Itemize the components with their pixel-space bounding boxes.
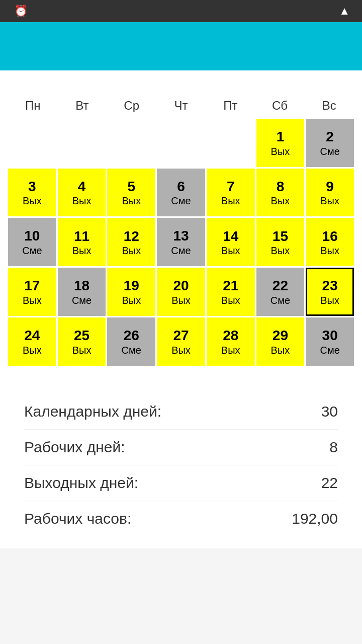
stat-row: Рабочих дней:8	[24, 430, 338, 465]
day-number: 22	[273, 277, 288, 294]
calendar-grid: 1Вых2Сме3Вых4Вых5Вых6Сме7Вых8Вых9Вых10См…	[8, 119, 354, 366]
calendar-day[interactable]: 20Вых	[157, 268, 205, 316]
calendar-day[interactable]: 5Вых	[107, 169, 155, 217]
calendar-day[interactable]: 6Сме	[157, 169, 205, 217]
calendar-day[interactable]: 28Вых	[207, 317, 255, 366]
day-number: 12	[124, 228, 139, 245]
calendar-day[interactable]: 10Сме	[8, 218, 56, 266]
signal-icon: ▲	[339, 5, 350, 18]
day-number: 30	[322, 327, 338, 344]
month-nav	[8, 78, 354, 95]
status-left: ⏰	[8, 5, 28, 18]
stat-label: Рабочих дней:	[24, 439, 125, 456]
calendar-day	[157, 119, 205, 167]
calendar-section: ПнВтСрЧтПтСбВс 1Вых2Сме3Вых4Вых5Вых6Сме7…	[0, 70, 362, 374]
day-type: Вых	[320, 294, 339, 306]
calendar-day[interactable]: 11Вых	[58, 218, 106, 266]
day-number: 20	[173, 277, 189, 294]
stat-value: 22	[321, 474, 338, 492]
day-number: 7	[227, 178, 235, 195]
day-number: 8	[277, 178, 285, 195]
calendar-day[interactable]: 16Вых	[306, 218, 354, 266]
day-number: 16	[322, 228, 338, 245]
app-bar	[0, 22, 362, 70]
calendar-day	[107, 119, 155, 167]
calendar-day[interactable]: 18Сме	[58, 268, 106, 316]
day-type: Вых	[23, 344, 42, 356]
day-number: 19	[124, 277, 139, 294]
calendar-day[interactable]: 2Сме	[306, 119, 354, 167]
calendar-day[interactable]: 17Вых	[8, 268, 56, 316]
day-header: Сб	[255, 95, 304, 117]
calendar-day[interactable]: 23Вых	[306, 268, 354, 316]
day-type: Вых	[23, 294, 42, 306]
calendar-day[interactable]: 9Вых	[306, 169, 354, 217]
calendar-day	[207, 119, 255, 167]
calendar-day[interactable]: 30Сме	[306, 317, 354, 366]
alarm-icon: ⏰	[14, 5, 28, 18]
day-header: Вс	[305, 95, 354, 117]
calendar-day[interactable]: 1Вых	[256, 119, 305, 167]
menu-button[interactable]	[12, 32, 40, 60]
day-number: 9	[326, 178, 334, 195]
stat-label: Выходных дней:	[24, 474, 138, 492]
day-number: 5	[127, 178, 135, 195]
day-number: 28	[223, 327, 238, 344]
stat-row: Календарных дней:30	[24, 394, 338, 430]
calendar-day[interactable]: 27Вых	[157, 317, 205, 366]
calendar-day[interactable]: 15Вых	[256, 218, 305, 266]
day-type: Вых	[122, 294, 141, 306]
stat-value: 192,00	[292, 510, 338, 527]
calendar-day	[8, 119, 56, 167]
calendar-button[interactable]	[282, 32, 310, 60]
day-number: 15	[273, 228, 288, 245]
calendar-day[interactable]: 12Вых	[107, 218, 155, 266]
calendar-day[interactable]: 8Вых	[256, 169, 305, 217]
day-number: 3	[28, 178, 36, 195]
calendar-day[interactable]: 19Вых	[107, 268, 155, 316]
day-number: 13	[173, 227, 189, 245]
day-type: Вых	[221, 245, 240, 257]
stat-row: Рабочих часов:192,00	[24, 501, 338, 536]
day-type: Вых	[271, 145, 290, 157]
day-type: Вых	[320, 245, 339, 257]
calendar-day[interactable]: 4Вых	[58, 169, 106, 217]
calendar-day[interactable]: 29Вых	[256, 317, 305, 366]
day-number: 10	[24, 227, 40, 245]
day-type: Вых	[271, 344, 290, 356]
stat-value: 30	[321, 403, 338, 420]
stats-section: Календарных дней:30Рабочих дней:8Выходны…	[0, 374, 362, 548]
day-header: Ср	[107, 95, 156, 117]
day-type: Вых	[221, 344, 240, 356]
day-type: Вых	[271, 195, 290, 207]
day-number: 24	[24, 327, 40, 344]
day-type: Вых	[221, 195, 240, 207]
calendar-day[interactable]: 21Вых	[207, 268, 255, 316]
day-type: Вых	[122, 195, 141, 207]
day-number: 21	[223, 277, 238, 294]
day-number: 29	[273, 327, 288, 344]
day-type: Сме	[122, 344, 141, 356]
day-header: Пт	[206, 95, 255, 117]
calendar-day[interactable]: 25Вых	[58, 317, 106, 366]
stat-value: 8	[329, 439, 338, 456]
day-number: 2	[326, 128, 334, 145]
day-type: Сме	[72, 294, 92, 306]
day-number: 4	[78, 178, 86, 195]
day-type: Вых	[171, 344, 191, 356]
calendar-day[interactable]: 7Вых	[207, 169, 255, 217]
status-center	[182, 4, 186, 19]
calendar-day[interactable]: 3Вых	[8, 169, 56, 217]
day-type: Сме	[22, 245, 42, 257]
calendar-day[interactable]: 14Вых	[207, 218, 255, 266]
day-headers: ПнВтСрЧтПтСбВс	[8, 95, 354, 117]
calendar-day[interactable]: 13Сме	[157, 218, 205, 266]
day-type: Сме	[320, 145, 339, 157]
day-number: 1	[277, 128, 285, 145]
calendar-day[interactable]: 22Сме	[256, 268, 305, 316]
more-button[interactable]	[322, 32, 350, 60]
calendar-day[interactable]: 24Вых	[8, 317, 56, 366]
day-type: Вых	[72, 344, 92, 356]
calendar-day[interactable]: 26Сме	[107, 317, 155, 366]
calendar-day	[58, 119, 106, 167]
